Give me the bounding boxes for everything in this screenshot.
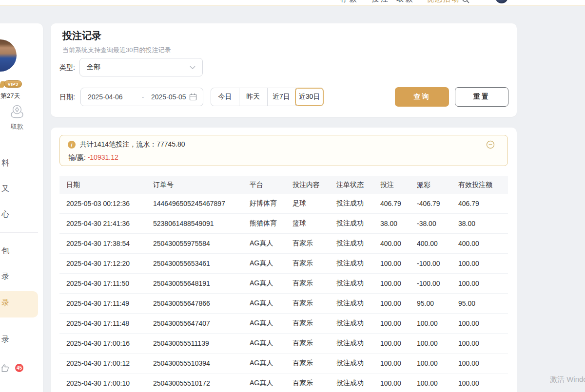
cell-valid: 38.00 — [451, 214, 508, 233]
date-range-input[interactable]: 2025-04-06 - 2025-05-05 — [80, 88, 203, 106]
cell-content: 百家乐 — [286, 234, 330, 253]
sidebar-item-5[interactable]: 录 — [1, 272, 9, 282]
cell-order: 1446496505245467897 — [146, 194, 243, 213]
nav-item-promo[interactable]: 优惠活动 — [427, 0, 460, 4]
sidebar-item-1[interactable]: 料 — [1, 158, 9, 168]
calendar-icon — [189, 93, 197, 101]
cell-status: 投注成功 — [330, 294, 373, 313]
cell-platform: AG真人 — [243, 234, 286, 253]
cell-order: 250430055510394 — [146, 354, 243, 373]
cell-date: 2025-05-03 00:12:36 — [59, 194, 146, 213]
type-label: 类型: — [59, 58, 75, 76]
cell-bet: 100.00 — [373, 274, 410, 293]
cell-platform: AG真人 — [243, 274, 286, 293]
sidebar-item-2[interactable]: 又 — [1, 184, 9, 194]
cell-bet: 406.79 — [373, 194, 410, 213]
date-end-value: 2025-05-05 — [151, 93, 189, 101]
vip-day-label: 第27天 — [0, 92, 20, 100]
records-table: 日期 订单号 平台 投注内容 注单状态 投注 派彩 有效投注额 2025-05-… — [59, 176, 508, 392]
user-avatar[interactable] — [0, 39, 17, 72]
quick-range-yesterday[interactable]: 昨天 — [239, 88, 268, 106]
cell-bet: 400.00 — [373, 234, 410, 253]
cell-content: 百家乐 — [286, 274, 330, 293]
sidebar-item-3[interactable]: 心 — [1, 209, 9, 220]
header-payout: 派彩 — [410, 176, 451, 194]
cell-status: 投注成功 — [330, 314, 373, 333]
cell-valid: 100.00 — [451, 354, 508, 373]
cell-status: 投注成功 — [330, 373, 373, 392]
page-subtitle: 当前系统支持查询最近30日的投注记录 — [62, 46, 171, 55]
table-row: 2025-04-30 17:00:10250430055510172AG真人百家… — [59, 373, 508, 392]
cell-order: 250430055647866 — [146, 294, 243, 313]
cell-date: 2025-04-30 17:12:20 — [59, 254, 146, 273]
sidebar-item-4[interactable]: 包 — [1, 246, 9, 256]
cell-platform: 好博体育 — [243, 194, 286, 213]
date-separator: - — [135, 93, 151, 101]
cell-payout: 100.00 — [410, 354, 451, 373]
cell-content: 百家乐 — [286, 354, 330, 373]
date-label: 日期: — [59, 88, 75, 106]
records-card: i 共计1414笔投注，流水：77745.80 输/赢: -10931.12 日… — [51, 128, 517, 392]
cell-valid: 95.00 — [451, 294, 508, 313]
cell-platform: AG真人 — [243, 254, 286, 273]
nav-item-bet[interactable]: 投注 — [371, 0, 390, 4]
cell-bet: 100.00 — [373, 254, 410, 273]
cell-bet: 100.00 — [373, 294, 410, 313]
sidebar-item-7[interactable]: 录 — [1, 335, 9, 345]
cell-payout: 100.00 — [410, 373, 451, 392]
chevron-down-icon — [190, 66, 195, 69]
nav-item-deposit[interactable]: 存款 — [340, 0, 359, 4]
cell-date: 2025-04-30 17:00:16 — [59, 334, 146, 353]
search-icon[interactable] — [462, 0, 469, 5]
page-title: 投注记录 — [62, 29, 101, 42]
table-row: 2025-04-30 17:12:20250430055653461AG真人百家… — [59, 254, 508, 274]
cell-platform: 熊猫体育 — [243, 214, 286, 233]
windows-activation-watermark: 激活 Windows — [550, 375, 585, 384]
notification-count-badge: 45 — [15, 364, 23, 372]
quick-range-7days[interactable]: 近7日 — [268, 88, 296, 106]
table-row: 2025-04-30 17:11:48250430055647407AG真人百家… — [59, 314, 508, 334]
quick-range-group: 今日 昨天 近7日 近30日 — [211, 88, 324, 106]
sidebar-withdraw-button[interactable]: 取款 — [7, 104, 27, 131]
sidebar: VIP3 第27天 取款 料 又 心 包 录 录 录 45 — [0, 23, 43, 392]
info-icon: i — [68, 141, 76, 149]
quick-range-30days[interactable]: 近30日 — [295, 88, 323, 106]
cell-bet: 100.00 — [373, 373, 410, 392]
cell-platform: AG真人 — [243, 354, 286, 373]
type-select[interactable]: 全部 — [79, 58, 203, 76]
cell-valid: 406.79 — [451, 194, 508, 213]
cell-valid: 100.00 — [451, 314, 508, 333]
quick-range-today[interactable]: 今日 — [211, 88, 239, 106]
table-row: 2025-04-30 17:11:50250430055648191AG真人百家… — [59, 274, 508, 294]
collapse-minus-icon[interactable] — [486, 140, 495, 149]
cell-date: 2025-04-30 17:11:50 — [59, 274, 146, 293]
cell-bet: 100.00 — [373, 334, 410, 353]
nav-item-withdraw[interactable]: 取款 — [396, 0, 415, 4]
cell-payout: 95.00 — [410, 294, 451, 313]
notice-hand-icon[interactable] — [0, 363, 10, 375]
reset-button[interactable]: 重置 — [455, 87, 508, 107]
header-valid: 有效投注额 — [451, 176, 508, 194]
table-body: 2025-05-03 00:12:361446496505245467897好博… — [59, 194, 508, 392]
navbar-avatar[interactable] — [495, 0, 508, 3]
cell-bet: 100.00 — [373, 314, 410, 333]
cell-status: 投注成功 — [330, 234, 373, 253]
query-button[interactable]: 查询 — [395, 87, 449, 107]
winloss-value: -10931.12 — [88, 153, 118, 161]
filters-card: 投注记录 当前系统支持查询最近30日的投注记录 类型: 全部 日期: 2025-… — [51, 23, 517, 117]
table-header-row: 日期 订单号 平台 投注内容 注单状态 投注 派彩 有效投注额 — [59, 176, 508, 194]
sidebar-item-betting-records-active[interactable]: 录 — [1, 298, 9, 308]
cell-valid: 100.00 — [451, 254, 508, 273]
cell-payout: -406.79 — [410, 194, 451, 213]
cell-bet: 38.00 — [373, 214, 410, 233]
cell-order: 250430055975584 — [146, 234, 243, 253]
cell-payout: 100.00 — [410, 314, 451, 333]
cell-content: 篮球 — [286, 214, 330, 233]
cell-content: 百家乐 — [286, 334, 330, 353]
cell-date: 2025-04-30 17:38:54 — [59, 234, 146, 253]
cell-order: 250430055648191 — [146, 274, 243, 293]
vip-badge: VIP3 — [4, 80, 22, 88]
cell-date: 2025-04-30 21:41:36 — [59, 214, 146, 233]
cell-date: 2025-04-30 17:11:49 — [59, 294, 146, 313]
table-row: 2025-04-30 17:00:12250430055510394AG真人百家… — [59, 354, 508, 373]
